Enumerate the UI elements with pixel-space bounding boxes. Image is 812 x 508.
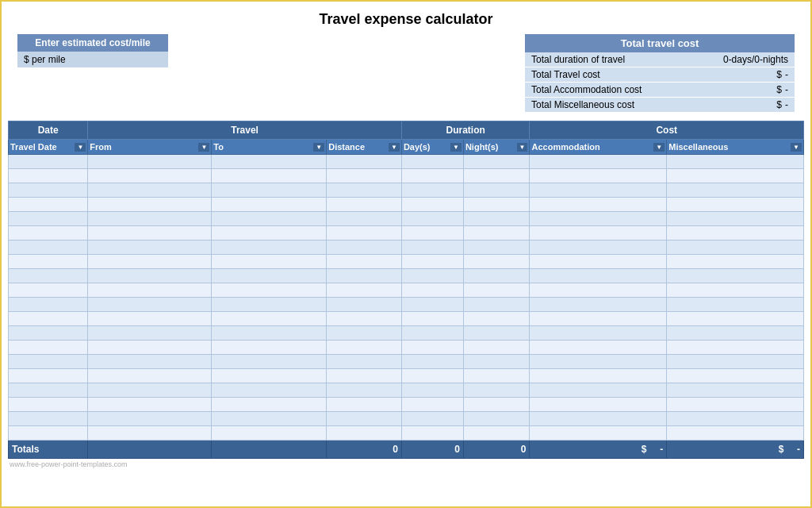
table-cell[interactable] <box>401 169 463 183</box>
table-cell[interactable] <box>88 426 212 441</box>
table-cell[interactable] <box>463 183 530 198</box>
table-cell[interactable] <box>9 255 88 269</box>
table-cell[interactable] <box>463 169 530 183</box>
table-cell[interactable] <box>212 169 327 183</box>
table-cell[interactable] <box>463 212 530 226</box>
col-distance[interactable]: Distance ▼ <box>327 140 402 155</box>
table-cell[interactable] <box>667 169 804 183</box>
table-cell[interactable] <box>212 341 327 355</box>
table-cell[interactable] <box>667 255 804 269</box>
table-cell[interactable] <box>463 326 530 341</box>
table-cell[interactable] <box>9 412 88 426</box>
table-cell[interactable] <box>327 169 402 183</box>
table-cell[interactable] <box>530 155 667 169</box>
table-cell[interactable] <box>463 341 530 355</box>
table-cell[interactable] <box>327 269 402 283</box>
accom-dropdown[interactable]: ▼ <box>653 143 665 152</box>
table-cell[interactable] <box>401 269 463 283</box>
table-cell[interactable] <box>530 398 667 412</box>
table-cell[interactable] <box>212 412 327 426</box>
table-cell[interactable] <box>212 355 327 369</box>
table-cell[interactable] <box>667 312 804 326</box>
table-cell[interactable] <box>88 241 212 255</box>
table-cell[interactable] <box>9 369 88 383</box>
table-cell[interactable] <box>463 369 530 383</box>
table-cell[interactable] <box>667 369 804 383</box>
table-cell[interactable] <box>667 241 804 255</box>
table-cell[interactable] <box>327 155 402 169</box>
table-cell[interactable] <box>530 241 667 255</box>
table-cell[interactable] <box>212 283 327 298</box>
table-cell[interactable] <box>530 341 667 355</box>
table-cell[interactable] <box>401 412 463 426</box>
table-cell[interactable] <box>88 312 212 326</box>
table-cell[interactable] <box>88 383 212 398</box>
table-cell[interactable] <box>530 426 667 441</box>
table-cell[interactable] <box>88 283 212 298</box>
table-cell[interactable] <box>212 269 327 283</box>
table-cell[interactable] <box>463 198 530 212</box>
table-cell[interactable] <box>667 155 804 169</box>
table-cell[interactable] <box>401 426 463 441</box>
table-cell[interactable] <box>212 298 327 312</box>
table-cell[interactable] <box>212 426 327 441</box>
table-cell[interactable] <box>327 383 402 398</box>
table-cell[interactable] <box>9 298 88 312</box>
table-cell[interactable] <box>463 241 530 255</box>
table-cell[interactable] <box>667 226 804 241</box>
table-cell[interactable] <box>530 183 667 198</box>
misc-dropdown[interactable]: ▼ <box>791 143 802 152</box>
table-cell[interactable] <box>401 383 463 398</box>
table-cell[interactable] <box>530 326 667 341</box>
table-cell[interactable] <box>212 198 327 212</box>
table-cell[interactable] <box>667 212 804 226</box>
table-cell[interactable] <box>88 326 212 341</box>
table-cell[interactable] <box>327 183 402 198</box>
table-cell[interactable] <box>327 298 402 312</box>
table-cell[interactable] <box>9 198 88 212</box>
table-cell[interactable] <box>401 283 463 298</box>
nights-dropdown[interactable]: ▼ <box>517 143 528 152</box>
distance-dropdown[interactable]: ▼ <box>389 143 400 152</box>
table-cell[interactable] <box>401 355 463 369</box>
table-cell[interactable] <box>327 355 402 369</box>
col-travel-date[interactable]: Travel Date ▼ <box>9 140 88 155</box>
col-accommodation[interactable]: Accommodation ▼ <box>530 140 667 155</box>
days-dropdown[interactable]: ▼ <box>450 143 462 152</box>
col-days[interactable]: Day(s) ▼ <box>401 140 463 155</box>
col-nights[interactable]: Night(s) ▼ <box>463 140 530 155</box>
table-cell[interactable] <box>212 183 327 198</box>
table-cell[interactable] <box>212 241 327 255</box>
table-cell[interactable] <box>327 255 402 269</box>
table-cell[interactable] <box>530 355 667 369</box>
table-cell[interactable] <box>463 226 530 241</box>
table-cell[interactable] <box>327 212 402 226</box>
table-cell[interactable] <box>327 426 402 441</box>
table-cell[interactable] <box>9 212 88 226</box>
table-cell[interactable] <box>530 283 667 298</box>
table-cell[interactable] <box>667 298 804 312</box>
table-cell[interactable] <box>88 183 212 198</box>
table-cell[interactable] <box>667 398 804 412</box>
table-cell[interactable] <box>667 183 804 198</box>
table-cell[interactable] <box>88 212 212 226</box>
table-cell[interactable] <box>463 283 530 298</box>
table-cell[interactable] <box>530 312 667 326</box>
table-cell[interactable] <box>9 426 88 441</box>
table-cell[interactable] <box>327 283 402 298</box>
col-to[interactable]: To ▼ <box>212 140 327 155</box>
table-cell[interactable] <box>401 241 463 255</box>
table-cell[interactable] <box>530 255 667 269</box>
table-cell[interactable] <box>9 169 88 183</box>
table-cell[interactable] <box>401 312 463 326</box>
table-cell[interactable] <box>327 369 402 383</box>
table-cell[interactable] <box>530 369 667 383</box>
table-cell[interactable] <box>667 326 804 341</box>
table-cell[interactable] <box>327 312 402 326</box>
table-cell[interactable] <box>401 212 463 226</box>
table-cell[interactable] <box>327 198 402 212</box>
table-cell[interactable] <box>463 312 530 326</box>
table-cell[interactable] <box>9 355 88 369</box>
table-cell[interactable] <box>88 369 212 383</box>
table-cell[interactable] <box>212 226 327 241</box>
